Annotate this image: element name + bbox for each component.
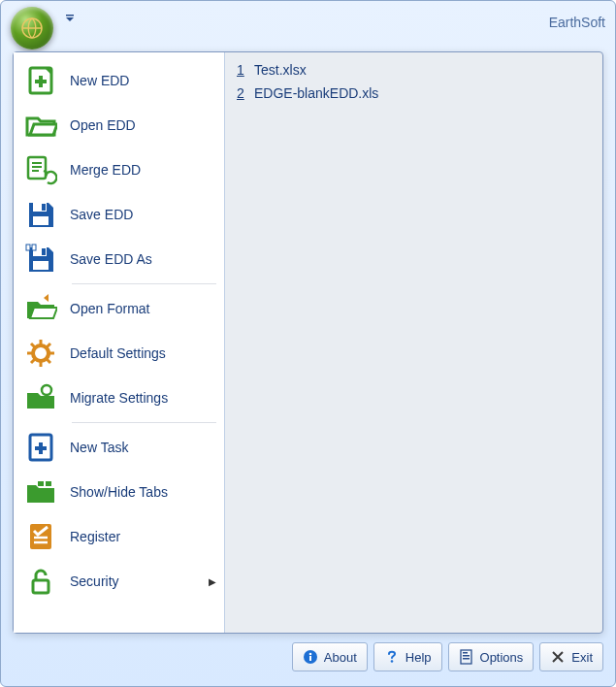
info-icon [303, 649, 318, 665]
new-edd-icon [23, 63, 58, 98]
svg-rect-4 [35, 80, 47, 83]
save-edd-as-icon [23, 242, 58, 277]
menu-item-open-format[interactable]: Open Format [14, 286, 224, 331]
menu-item-show-hide-tabs[interactable]: Show/Hide Tabs [14, 470, 224, 514]
globe-icon [20, 16, 44, 40]
menu-item-label: New Task [70, 440, 216, 455]
menu-separator [72, 422, 216, 423]
svg-rect-10 [42, 248, 46, 255]
svg-rect-8 [33, 216, 49, 225]
menu-item-label: Default Settings [70, 345, 216, 361]
menu-item-merge-edd[interactable]: Merge EDD [14, 147, 224, 192]
menu-item-label: Open EDD [70, 117, 216, 133]
merge-edd-icon [23, 152, 58, 187]
svg-rect-12 [26, 245, 30, 250]
menu-item-save-edd-as[interactable]: Save EDD As [14, 237, 224, 281]
menu-item-security[interactable]: Security▶ [14, 559, 224, 604]
menu-separator [72, 283, 216, 284]
exit-label: Exit [571, 650, 593, 665]
chevron-down-icon [65, 14, 75, 23]
svg-point-15 [42, 385, 51, 395]
register-icon [23, 519, 58, 554]
menu-item-register[interactable]: Register [14, 514, 224, 559]
title-bar: EarthSoft [1, 1, 615, 51]
recent-files-list: 1Test.xlsx2EDGE-blankEDD.xls [225, 52, 602, 633]
svg-rect-29 [463, 655, 470, 657]
options-label: Options [480, 650, 524, 665]
svg-rect-20 [46, 481, 51, 486]
recent-file-item[interactable]: 1Test.xlsx [237, 62, 591, 85]
menu-item-label: Security [70, 573, 205, 589]
show-hide-tabs-icon [23, 474, 58, 509]
open-format-icon [23, 291, 58, 326]
recent-file-index: 1 [237, 62, 248, 78]
menu-item-migrate-settings[interactable]: Migrate Settings [14, 376, 224, 420]
svg-rect-18 [35, 446, 47, 450]
options-button[interactable]: Options [448, 642, 535, 671]
menu-item-label: New EDD [70, 73, 216, 88]
menu-bottom-bar: About Help Options Exit [13, 639, 603, 674]
help-button[interactable]: Help [373, 642, 442, 671]
svg-rect-28 [463, 652, 468, 654]
recent-file-name: Test.xlsx [254, 62, 307, 78]
help-label: Help [405, 650, 432, 665]
svg-rect-1 [66, 15, 74, 16]
menu-item-label: Show/Hide Tabs [70, 484, 216, 500]
menu-left-list: New EDDOpen EDDMerge EDDSave EDDSave EDD… [14, 52, 225, 633]
new-task-icon [23, 430, 58, 465]
menu-item-new-task[interactable]: New Task [14, 425, 224, 470]
svg-rect-13 [32, 245, 36, 250]
app-window: EarthSoft New EDDOpen EDDMerge EDDSave E… [0, 0, 616, 687]
menu-item-default-settings[interactable]: Default Settings [14, 331, 224, 376]
menu-item-new-edd[interactable]: New EDD [14, 58, 224, 103]
recent-file-index: 2 [237, 85, 248, 101]
default-settings-icon [23, 336, 58, 371]
svg-point-24 [308, 653, 311, 656]
svg-rect-25 [309, 656, 311, 661]
save-edd-icon [23, 197, 58, 232]
menu-item-label: Register [70, 529, 216, 544]
help-icon [384, 649, 400, 665]
application-menu: New EDDOpen EDDMerge EDDSave EDDSave EDD… [13, 51, 603, 634]
svg-point-26 [390, 660, 393, 663]
submenu-arrow-icon: ▶ [209, 576, 216, 587]
svg-rect-30 [463, 658, 470, 660]
svg-rect-22 [33, 580, 49, 593]
migrate-settings-icon [23, 380, 58, 415]
menu-item-label: Migrate Settings [70, 390, 216, 406]
options-icon [459, 649, 474, 665]
menu-item-label: Save EDD [70, 207, 216, 222]
menu-item-save-edd[interactable]: Save EDD [14, 192, 224, 237]
menu-item-label: Merge EDD [70, 162, 216, 178]
app-title: EarthSoft [549, 15, 605, 30]
about-label: About [324, 650, 357, 665]
exit-button[interactable]: Exit [539, 642, 603, 671]
svg-rect-11 [33, 261, 49, 270]
close-icon [550, 649, 566, 665]
menu-item-label: Open Format [70, 301, 216, 316]
svg-rect-7 [42, 204, 46, 211]
qat-customize-dropdown[interactable] [61, 11, 79, 26]
app-menu-orb[interactable] [11, 7, 53, 49]
security-icon [23, 564, 58, 599]
menu-item-label: Save EDD As [70, 251, 216, 267]
svg-rect-19 [38, 481, 44, 486]
menu-item-open-edd[interactable]: Open EDD [14, 103, 224, 147]
recent-file-name: EDGE-blankEDD.xls [254, 85, 378, 101]
open-edd-icon [23, 108, 58, 143]
about-button[interactable]: About [292, 642, 368, 671]
recent-file-item[interactable]: 2EDGE-blankEDD.xls [237, 85, 591, 109]
